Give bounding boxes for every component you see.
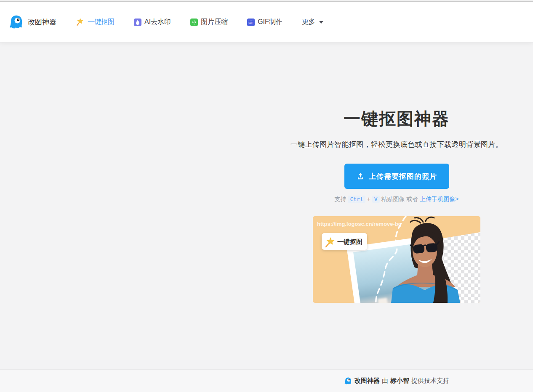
ghost-logo-icon bbox=[344, 377, 352, 385]
paste-tip: 支持 Ctrl + V 粘贴图像 或者 上传手机图像> bbox=[258, 196, 533, 203]
footer-conj: 由 bbox=[382, 377, 388, 385]
brand-logo-home[interactable]: 改图神器 bbox=[8, 14, 56, 30]
nav-item-label: 一键抠图 bbox=[88, 18, 115, 26]
footer-provider-link[interactable]: 标小智 bbox=[390, 377, 409, 385]
ghost-logo-icon bbox=[8, 14, 24, 30]
badge-label: 一键抠图 bbox=[337, 238, 362, 245]
compress-icon bbox=[190, 19, 198, 26]
footer-suffix: 提供技术支持 bbox=[411, 377, 449, 385]
nav-item-more[interactable]: 更多 bbox=[302, 18, 323, 26]
main-content: 一键抠图神器 一键上传图片智能抠图，轻松更换底色或直接下载透明背景图片。 上传需… bbox=[0, 42, 533, 369]
svg-text:GIF: GIF bbox=[248, 21, 253, 24]
nav-item-label: 更多 bbox=[302, 18, 315, 26]
nav-item-watermark-removal[interactable]: AI去水印 bbox=[134, 18, 171, 26]
browser-top-strip bbox=[0, 0, 533, 2]
nav-item-label: 图片压缩 bbox=[201, 18, 228, 26]
tip-suffix: 粘贴图像 或者 bbox=[381, 196, 418, 202]
cutout-demo-image: https://img.logosc.cn/remove-bg 一键抠图 bbox=[313, 216, 480, 303]
tip-plus: + bbox=[367, 196, 370, 202]
hero-section: 一键抠图神器 一键上传图片智能抠图，轻松更换底色或直接下载透明背景图片。 上传需… bbox=[258, 109, 533, 305]
navbar: 改图神器 一键抠图 AI去水印 图片压缩 bbox=[0, 2, 533, 42]
upload-photo-button[interactable]: 上传需要抠图的照片 bbox=[344, 164, 449, 189]
upload-button-label: 上传需要抠图的照片 bbox=[369, 172, 437, 181]
nav-item-label: GIF制作 bbox=[258, 18, 282, 26]
page-subtitle: 一键上传图片智能抠图，轻松更换底色或直接下载透明背景图片。 bbox=[258, 140, 533, 149]
upload-mobile-link[interactable]: 上传手机图像> bbox=[420, 196, 458, 202]
page-title: 一键抠图神器 bbox=[258, 109, 533, 128]
brand-name: 改图神器 bbox=[28, 17, 56, 27]
v-key-badge: V bbox=[372, 196, 380, 203]
footer-credit: 改图神器 由 标小智 提供技术支持 bbox=[258, 370, 533, 392]
water-drop-icon bbox=[134, 19, 141, 26]
tip-prefix: 支持 bbox=[335, 196, 346, 202]
cutout-badge: 一键抠图 bbox=[322, 233, 367, 250]
footer-brand: 改图神器 bbox=[354, 377, 380, 385]
preview-url-text: https://img.logosc.cn/remove-bg bbox=[317, 221, 402, 227]
nav-item-image-compress[interactable]: 图片压缩 bbox=[190, 18, 228, 26]
gif-icon: GIF bbox=[247, 19, 255, 26]
nav-item-cutout[interactable]: 一键抠图 bbox=[76, 18, 115, 26]
star-wand-icon bbox=[76, 18, 85, 26]
nav-item-gif-maker[interactable]: GIF GIF制作 bbox=[247, 18, 282, 26]
nav-item-label: AI去水印 bbox=[144, 18, 171, 26]
ctrl-key-badge: Ctrl bbox=[348, 196, 365, 203]
upload-icon bbox=[356, 172, 365, 180]
chevron-down-icon bbox=[319, 21, 323, 24]
footer: 改图神器 由 标小智 提供技术支持 bbox=[0, 369, 533, 392]
